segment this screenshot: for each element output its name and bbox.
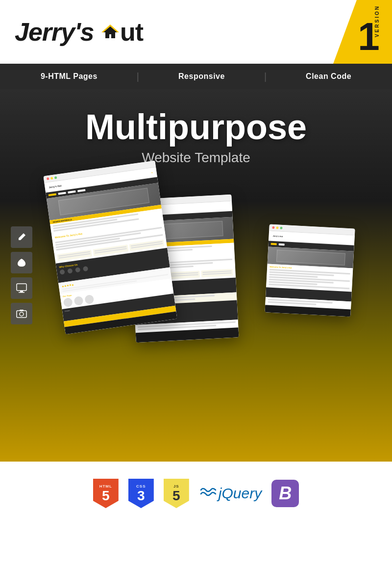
- logo-text: Jerry's ut: [15, 17, 143, 47]
- logo-part-ut: ut: [120, 18, 143, 46]
- hut-house-icon: [101, 15, 119, 45]
- css3-shield: CSS 3: [128, 479, 154, 508]
- html-number: 5: [102, 489, 110, 503]
- side-icon-leaf: [11, 252, 32, 273]
- side-icon-camera: [11, 303, 32, 324]
- features-bar: 9-HTML Pages | Responsive | Clean Code: [0, 64, 392, 89]
- feature-clean-code: Clean Code: [306, 72, 351, 81]
- dot-green: [54, 176, 57, 179]
- dot-green-3: [280, 227, 282, 229]
- js5-shield: JS 5: [164, 479, 189, 508]
- dot-red: [47, 177, 49, 180]
- tech-footer: HTML 5 CSS 3 JS 5 jQuery B: [0, 462, 392, 525]
- jquery-logo: jQuery: [199, 485, 262, 502]
- js5-badge: JS 5: [164, 479, 189, 508]
- dot-yellow-3: [276, 226, 278, 229]
- version-badge: VERSION 1: [333, 0, 392, 64]
- js-number: 5: [172, 489, 180, 503]
- hero-section: Multipurpose Website Template Jerry's Hu…: [0, 89, 392, 462]
- svg-rect-3: [20, 291, 23, 292]
- html5-badge: HTML 5: [93, 479, 119, 508]
- css3-badge: CSS 3: [128, 479, 154, 508]
- version-label: VERSION: [374, 5, 380, 37]
- css-number: 3: [137, 489, 145, 503]
- logo-part1: Jerry's: [15, 18, 100, 46]
- mockup-area: Jerry's Hut ● DESIGN MATERIALS Welcome T…: [24, 168, 368, 442]
- screen-mockup-main: Jerry's Hut ● DESIGN MATERIALS Welcome T…: [43, 161, 177, 335]
- left-side-icons: [11, 226, 32, 324]
- hero-subtitle: Website Template: [142, 150, 250, 166]
- svg-rect-2: [17, 284, 26, 291]
- hero-title: Multipurpose: [85, 109, 307, 146]
- side-icon-pen: [11, 226, 32, 248]
- feature-divider-1: |: [137, 71, 139, 82]
- svg-rect-7: [20, 310, 24, 311]
- dot-yellow: [50, 177, 53, 180]
- header: Jerry's ut VERSION 1: [0, 0, 392, 64]
- side-icon-monitor: [11, 277, 32, 299]
- jquery-text: jQuery: [219, 485, 262, 502]
- feature-responsive: Responsive: [178, 72, 225, 81]
- dot-red-3: [272, 226, 274, 229]
- svg-rect-4: [19, 292, 24, 293]
- bootstrap-letter: B: [279, 483, 292, 504]
- feature-html-pages: 9-HTML Pages: [41, 72, 98, 81]
- svg-point-6: [20, 312, 24, 316]
- svg-rect-5: [17, 311, 26, 318]
- svg-marker-0: [102, 25, 118, 38]
- bootstrap-badge: B: [271, 480, 299, 507]
- feature-divider-2: |: [264, 71, 267, 82]
- screen-mockup-right: Jerry's Hut Welcome To Jerry's Hut: [265, 224, 355, 317]
- jquery-wave-icon: [199, 486, 217, 501]
- logo-area: Jerry's ut: [15, 17, 143, 47]
- html5-shield: HTML 5: [93, 479, 119, 508]
